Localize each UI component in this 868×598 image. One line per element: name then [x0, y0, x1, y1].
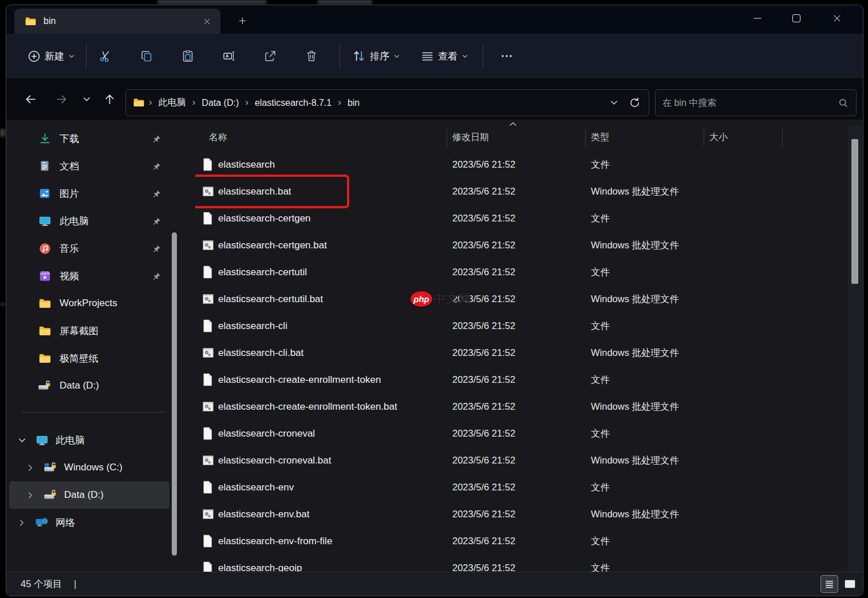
minimize-button[interactable]: [744, 7, 771, 29]
sort-button[interactable]: 排序: [346, 44, 405, 68]
status-bar: 45 个项目 |: [6, 572, 863, 596]
more-options-button[interactable]: [494, 43, 520, 69]
breadcrumb-segment[interactable]: Data (D:): [198, 96, 242, 110]
file-row[interactable]: elasticsearch-create-enrollment-token.ba…: [195, 393, 855, 420]
file-row[interactable]: elasticsearch-croneval.bat2023/5/6 21:52…: [195, 447, 855, 474]
sidebar-item-5[interactable]: 视频: [9, 262, 169, 290]
column-header-name[interactable]: 名称: [209, 132, 227, 144]
details-view-button[interactable]: [820, 575, 838, 593]
view-button-label: 查看: [438, 50, 457, 63]
recent-locations-chevron-icon[interactable]: [75, 88, 98, 110]
file-row[interactable]: elasticsearch-create-enrollment-token202…: [195, 366, 855, 393]
batch-file-icon: [202, 393, 214, 420]
sidebar-item-2[interactable]: 图片: [9, 180, 169, 207]
file-date: 2023/5/6 21:52: [452, 286, 515, 312]
rename-button[interactable]: [216, 43, 242, 69]
file-type: Windows 批处理文件: [591, 232, 679, 259]
copy-button[interactable]: [133, 43, 160, 69]
tree-item-1[interactable]: Windows (C:): [9, 454, 169, 481]
file-row[interactable]: elasticsearch-cli2023/5/6 21:52文件1 KB: [195, 312, 855, 339]
file-date: 2023/5/6 21:52: [452, 339, 515, 366]
file-row[interactable]: elasticsearch-certgen2023/5/6 21:52文件1 K…: [195, 205, 855, 232]
file-row[interactable]: elasticsearch-env2023/5/6 21:52文件3 KB: [195, 474, 855, 501]
address-dropdown-chevron-icon[interactable]: [604, 93, 624, 113]
maximize-button[interactable]: [783, 7, 810, 29]
search-input[interactable]: [662, 98, 838, 108]
address-bar[interactable]: ›此电脑›Data (D:)›elasticsearch-8.7.1›bin: [125, 89, 649, 116]
delete-button[interactable]: [298, 43, 325, 69]
sidebar-item-label: 音乐: [60, 242, 152, 255]
chevron-down-icon[interactable]: [18, 438, 26, 443]
breadcrumb-segment[interactable]: 此电脑: [155, 94, 190, 111]
file-row[interactable]: elasticsearch2023/5/6 21:52文件1 KB: [195, 151, 855, 178]
new-button[interactable]: 新建: [21, 45, 80, 68]
back-button[interactable]: [19, 88, 42, 110]
file-date: 2023/5/6 21:52: [452, 501, 515, 528]
folder-icon: [25, 15, 37, 27]
large-icons-view-button[interactable]: [841, 575, 859, 593]
tab-title: bin: [44, 16, 199, 26]
music-icon: [38, 242, 52, 255]
breadcrumb-separator-icon: ›: [242, 97, 251, 108]
file-row[interactable]: elasticsearch-cli.bat2023/5/6 21:52Windo…: [195, 339, 855, 366]
sidebar-item-3[interactable]: 此电脑: [9, 207, 169, 235]
tab-close-icon[interactable]: [199, 13, 215, 29]
file-row[interactable]: elasticsearch-certutil2023/5/6 21:52文件1 …: [195, 259, 855, 286]
sidebar-item-7[interactable]: 屏幕截图: [9, 317, 169, 344]
view-button[interactable]: 查看: [415, 45, 474, 68]
file-row[interactable]: elasticsearch-certutil.bat2023/5/6 21:52…: [195, 286, 855, 312]
forward-button[interactable]: [50, 88, 73, 110]
new-tab-button[interactable]: [234, 13, 250, 29]
breadcrumb-segment[interactable]: elasticsearch-8.7.1: [251, 96, 335, 110]
file-type: Windows 批处理文件: [591, 286, 679, 312]
file-icon: [202, 205, 213, 232]
column-header-type[interactable]: 类型: [591, 132, 609, 144]
file-row[interactable]: elasticsearch-env.bat2023/5/6 21:52Windo…: [195, 501, 855, 528]
refresh-button[interactable]: [624, 93, 645, 113]
column-header-date[interactable]: 修改日期: [452, 132, 489, 144]
file-date: 2023/5/6 21:52: [452, 312, 515, 339]
videos-icon: [38, 270, 52, 283]
file-list-scrollbar-thumb[interactable]: [851, 139, 858, 284]
share-button[interactable]: [257, 43, 283, 69]
background-window-artifact: [0, 303, 5, 306]
chevron-right-icon[interactable]: [26, 492, 34, 499]
sidebar-item-4[interactable]: 音乐: [9, 235, 169, 262]
file-row[interactable]: elasticsearch-geoip2023/5/6 21:52文件1 KB: [195, 555, 855, 573]
sidebar-item-0[interactable]: 下载: [9, 125, 169, 152]
sidebar-item-6[interactable]: WorkProjects: [9, 290, 169, 317]
chevron-right-icon[interactable]: [26, 464, 34, 472]
file-row[interactable]: elasticsearch.bat2023/5/6 21:52Windows 批…: [195, 178, 855, 205]
column-header-size[interactable]: 大小: [709, 132, 728, 144]
sidebar-item-label: 极简壁纸: [60, 352, 169, 365]
search-box[interactable]: [655, 89, 857, 116]
tree-item-2[interactable]: Data (D:): [9, 481, 169, 509]
sidebar-item-9[interactable]: Data (D:): [9, 372, 169, 399]
sidebar-scrollbar[interactable]: [172, 232, 177, 556]
close-button[interactable]: [824, 7, 850, 29]
explorer-tab-bin[interactable]: bin: [14, 9, 220, 34]
file-row[interactable]: elasticsearch-env-from-file2023/5/6 21:5…: [195, 528, 855, 555]
sidebar-divider: [22, 412, 165, 413]
up-button[interactable]: [98, 88, 121, 110]
toolbar-divider: [483, 44, 483, 68]
column-divider[interactable]: [704, 129, 704, 147]
column-divider[interactable]: [585, 129, 586, 147]
sidebar-item-8[interactable]: 极简壁纸: [9, 344, 169, 372]
pin-icon: [152, 271, 161, 281]
cut-button[interactable]: [92, 43, 119, 69]
file-row[interactable]: elasticsearch-certgen.bat2023/5/6 21:52W…: [195, 232, 855, 259]
background-window-artifact: [0, 129, 5, 137]
tree-item-label: Data (D:): [64, 489, 104, 501]
file-row[interactable]: elasticsearch-croneval2023/5/6 21:52文件1 …: [195, 420, 855, 447]
paste-button[interactable]: [175, 43, 201, 69]
sidebar-item-1[interactable]: 文档: [9, 152, 169, 180]
breadcrumb-segment[interactable]: bin: [344, 96, 363, 110]
column-divider[interactable]: [782, 129, 783, 147]
chevron-right-icon[interactable]: [18, 519, 26, 526]
tree-item-0[interactable]: 此电脑: [9, 426, 169, 454]
pin-icon: [152, 244, 161, 254]
column-divider[interactable]: [447, 129, 447, 147]
toolbar-divider: [340, 44, 340, 68]
tree-item-3[interactable]: 网络: [9, 509, 169, 536]
